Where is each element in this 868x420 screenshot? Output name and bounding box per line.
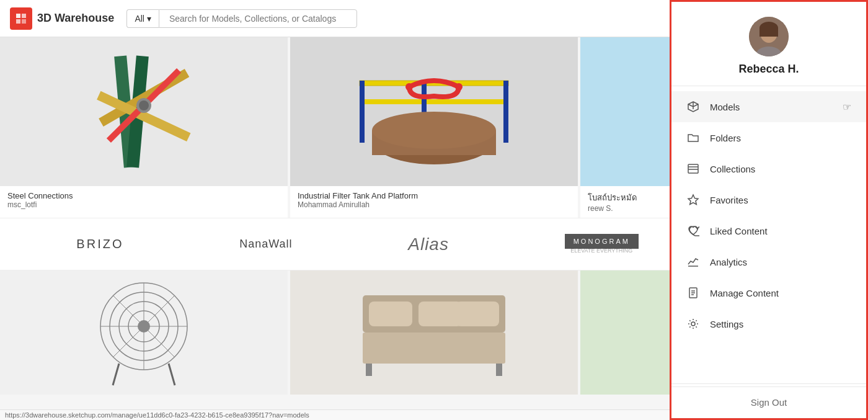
dropdown-menu: Rebecca H. Models ☞ [670, 37, 868, 420]
brand-monogram: MONOGRAM ELEVATE EVERYTHING [565, 235, 639, 254]
svg-point-21 [455, 83, 463, 91]
svg-rect-13 [360, 99, 508, 104]
svg-rect-2 [22, 14, 26, 18]
folder-icon [686, 131, 700, 145]
model-info-2: Industrial Filter Tank And Platform Moha… [290, 186, 578, 214]
collection-icon [686, 162, 700, 176]
bottom-card-1[interactable] [0, 270, 290, 395]
sign-out-area: Sign Out [671, 386, 866, 418]
svg-rect-0 [14, 11, 29, 26]
model-card-1[interactable]: Steel Connections msc_lotfi [0, 37, 290, 218]
file-icon [686, 286, 700, 300]
svg-marker-59 [688, 195, 698, 205]
chart-icon [686, 255, 700, 269]
brand-alias: Alias [408, 235, 449, 254]
sign-out-button[interactable]: Sign Out [751, 397, 787, 408]
menu-label-liked: Liked Content [710, 226, 768, 236]
svg-rect-47 [496, 364, 502, 376]
brand-nanawall: NanaWall [239, 238, 292, 251]
star-icon [686, 193, 700, 207]
menu-label-folders: Folders [710, 133, 741, 143]
menu-item-settings[interactable]: Settings [671, 308, 866, 339]
menu-item-models[interactable]: Models ☞ [671, 91, 866, 122]
logo-icon [10, 7, 32, 30]
svg-rect-1 [16, 14, 20, 18]
bottom-image-2 [290, 270, 578, 395]
menu-label-analytics: Analytics [710, 257, 747, 267]
bottom-image-1 [0, 270, 288, 395]
menu-label-collections: Collections [710, 164, 755, 174]
avatar [749, 37, 789, 56]
menu-label-manage: Manage Content [710, 288, 779, 298]
svg-rect-14 [360, 81, 365, 143]
svg-rect-46 [366, 364, 372, 376]
gear-icon [686, 317, 700, 331]
svg-rect-16 [503, 81, 508, 143]
chevron-down-icon: ▾ [147, 14, 151, 24]
model-author-2: Mohammad Amirullah [298, 200, 570, 209]
svg-rect-45 [456, 302, 499, 326]
svg-line-40 [169, 364, 175, 385]
menu-item-favorites[interactable]: Favorites [671, 184, 866, 215]
menu-item-manage[interactable]: Manage Content [671, 277, 866, 308]
bottom-card-2[interactable] [290, 270, 580, 395]
svg-line-39 [113, 364, 119, 385]
search-area: All ▾ [126, 9, 357, 28]
main-content: Steel Connections msc_lotfi [0, 37, 868, 420]
model-image-1 [0, 37, 288, 186]
menu-divider [671, 383, 866, 384]
heart-icon [686, 224, 700, 238]
search-filter-button[interactable]: All ▾ [126, 9, 159, 28]
menu-label-favorites: Favorites [710, 195, 748, 205]
menu-label-settings: Settings [710, 319, 743, 329]
logo-text: 3D Warehouse [37, 12, 114, 25]
svg-rect-44 [418, 302, 462, 326]
menu-items: Models ☞ Folders [671, 86, 866, 381]
search-filter-label: All [135, 14, 144, 24]
svg-rect-43 [369, 302, 412, 326]
svg-point-65 [691, 322, 695, 326]
logo-area: 3D Warehouse [10, 7, 114, 30]
svg-rect-4 [22, 19, 26, 24]
svg-point-20 [405, 83, 413, 91]
status-url: https://3dwarehouse.sketchup.com/manage/… [5, 411, 309, 419]
model-info-1: Steel Connections msc_lotfi [0, 186, 288, 214]
menu-item-folders[interactable]: Folders [671, 122, 866, 153]
menu-item-liked[interactable]: Liked Content [671, 215, 866, 246]
svg-point-11 [139, 101, 149, 110]
model-title-1: Steel Connections [7, 191, 280, 200]
menu-label-models: Models [710, 102, 740, 112]
svg-rect-42 [363, 333, 505, 364]
dropdown-profile: Rebecca H. [671, 37, 866, 86]
svg-rect-56 [688, 164, 698, 173]
model-card-2[interactable]: Industrial Filter Tank And Platform Moha… [290, 37, 580, 218]
cursor-icon: ☞ [843, 101, 851, 113]
svg-point-19 [372, 112, 496, 149]
model-title-2: Industrial Filter Tank And Platform [298, 191, 570, 200]
user-name: Rebecca H. [738, 63, 799, 76]
menu-item-collections[interactable]: Collections [671, 153, 866, 184]
model-image-2 [290, 37, 578, 186]
menu-item-analytics[interactable]: Analytics [671, 246, 866, 277]
svg-rect-3 [16, 19, 20, 24]
cube-icon [686, 100, 700, 114]
search-input[interactable] [159, 9, 357, 28]
model-author-1: msc_lotfi [7, 200, 280, 209]
brand-brizo: BRIZO [76, 237, 123, 251]
